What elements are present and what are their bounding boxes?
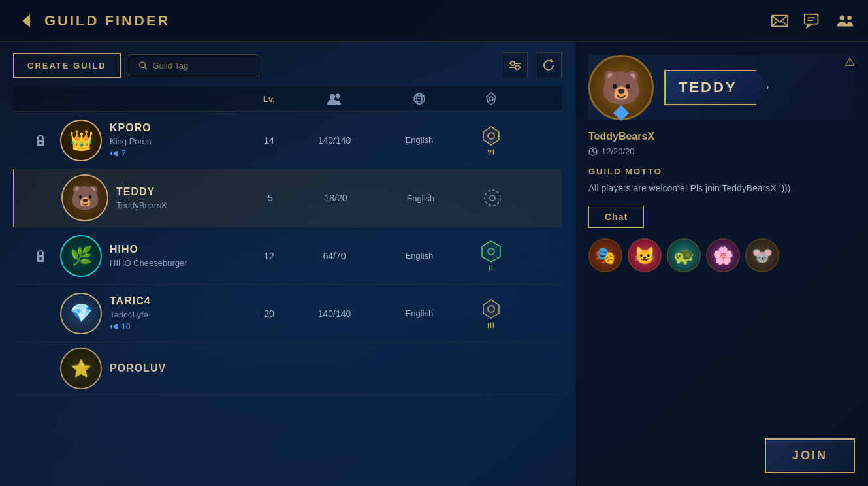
svg-point-32	[39, 257, 42, 260]
guild-row-taric4[interactable]: 💎 TARIC4 Taric4Lyfe 10 20 140/140 Englis…	[13, 285, 562, 342]
guild-tag-kporo: King Poros	[110, 137, 152, 146]
refresh-button[interactable]	[536, 52, 562, 78]
kporo-language: English	[374, 135, 465, 145]
guild-tag-hiho: HIHO Cheeseburger	[110, 258, 187, 268]
detail-owner-name: TeddyBearsX	[588, 131, 855, 142]
detail-date: 12/20/20	[588, 146, 855, 156]
lock-icon	[21, 134, 60, 147]
kporo-members: 140/140	[295, 135, 374, 146]
kporo-rank: VI	[465, 124, 517, 156]
guild-text-kporo: KPORO King Poros 7	[110, 122, 152, 158]
table-header: Lv.	[13, 86, 562, 112]
hiho-rank: II	[465, 240, 517, 272]
teddy-members: 18/20	[297, 193, 375, 203]
svg-point-26	[39, 142, 42, 144]
guild-info-kporo: 👑 KPORO King Poros 7	[60, 120, 243, 161]
guild-title-box: TEDDY	[664, 70, 769, 105]
col-rank	[465, 91, 517, 106]
svg-rect-27	[116, 151, 118, 156]
guild-avatar-container: 🐻	[588, 55, 654, 120]
rank-diamond	[613, 105, 629, 121]
back-button[interactable]	[13, 8, 39, 34]
guild-info-hiho: 🌿 HIHO HIHO Cheeseburger	[60, 235, 243, 277]
guild-emblem-poroluv: ⭐	[60, 348, 102, 389]
guild-emblem-kporo: 👑	[60, 120, 102, 161]
detail-guild-name: TEDDY	[679, 79, 737, 95]
motto-section: GUILD MOTTO All players are welcome! Pls…	[588, 167, 855, 195]
taric4-rank: III	[465, 297, 517, 329]
svg-line-10	[144, 67, 146, 69]
chat-button[interactable]: Chat	[588, 206, 644, 228]
search-box	[129, 54, 259, 76]
taric4-language: English	[374, 308, 465, 318]
page-title: GUILD FINDER	[44, 12, 770, 29]
member-avatar-5[interactable]: 🐭	[745, 238, 779, 272]
svg-point-24	[489, 97, 493, 101]
motto-label: GUILD MOTTO	[588, 167, 855, 176]
guild-row-poroluv[interactable]: ⭐ POROLUV	[13, 342, 562, 395]
svg-point-29	[485, 190, 500, 206]
svg-marker-0	[22, 14, 30, 27]
svg-point-11	[511, 61, 515, 65]
svg-point-30	[490, 195, 495, 201]
friends-icon[interactable]	[835, 11, 855, 31]
member-avatars: 🎭 😺 🐢 🌸 🐭	[588, 238, 855, 272]
taric4-members: 140/140	[295, 308, 374, 319]
col-language	[374, 92, 465, 105]
guild-info-poroluv: ⭐ POROLUV	[60, 348, 243, 389]
guild-table: Lv.	[13, 86, 562, 476]
member-avatar-2[interactable]: 😺	[628, 238, 662, 272]
svg-point-12	[515, 65, 519, 69]
chat-icon[interactable]	[803, 11, 822, 31]
member-avatar-1[interactable]: 🎭	[588, 238, 622, 272]
guild-tag-taric4: Taric4Lyfe	[110, 310, 151, 319]
right-panel: 🐻 TEDDY ⚠ TeddyBearsX 12/20/20 GUILD M	[575, 42, 868, 486]
member-avatar-3[interactable]: 🐢	[667, 238, 701, 272]
mail-icon[interactable]	[770, 11, 790, 31]
kporo-level: 14	[243, 135, 295, 146]
hiho-members: 64/70	[295, 251, 374, 261]
create-guild-button[interactable]: CREATE GUILD	[13, 53, 121, 78]
svg-rect-4	[805, 14, 818, 24]
main-layout: CREATE GUILD	[0, 42, 868, 486]
guild-row-kporo[interactable]: 👑 KPORO King Poros 7 14 140/140 English	[13, 112, 562, 169]
guild-text-hiho: HIHO HIHO Cheeseburger	[110, 244, 187, 268]
hiho-language: English	[374, 251, 465, 261]
svg-point-8	[847, 16, 852, 20]
lock-icon-hiho	[21, 250, 60, 263]
svg-point-7	[840, 15, 844, 20]
detail-header: 🐻 TEDDY ⚠	[588, 55, 855, 120]
header: GUILD FINDER	[0, 0, 868, 42]
teddy-level: 5	[244, 193, 297, 203]
guild-name-taric4: TARIC4	[110, 295, 151, 307]
col-level: Lv.	[243, 94, 295, 104]
svg-rect-34	[116, 324, 118, 329]
guild-online-taric4: 10	[110, 322, 151, 331]
guild-emblem-teddy: 🐻	[61, 174, 108, 221]
guild-row-hiho[interactable]: 🌿 HIHO HIHO Cheeseburger 12 64/70 Englis…	[13, 227, 562, 285]
warning-icon[interactable]: ⚠	[844, 55, 855, 69]
guild-online-kporo: 7	[110, 149, 152, 158]
guild-name-kporo: KPORO	[110, 122, 152, 134]
taric4-level: 20	[243, 308, 295, 319]
toolbar: CREATE GUILD	[13, 52, 562, 78]
guild-emblem-hiho: 🌿	[60, 235, 102, 277]
guild-row-teddy[interactable]: 🐻 TEDDY TeddyBearsX 5 18/20 English	[13, 169, 562, 227]
svg-point-9	[139, 62, 145, 68]
guild-info-teddy: 🐻 TEDDY TeddyBearsX	[61, 174, 244, 221]
filter-button[interactable]	[502, 52, 528, 78]
guild-name-teddy: TEDDY	[116, 186, 167, 198]
guild-name-hiho: HIHO	[110, 244, 187, 255]
member-avatar-4[interactable]: 🌸	[706, 238, 740, 272]
svg-line-3	[783, 21, 788, 25]
guild-text-poroluv: POROLUV	[110, 363, 166, 374]
svg-point-17	[330, 94, 335, 99]
guild-text-teddy: TEDDY TeddyBearsX	[116, 186, 167, 210]
motto-text: All players are welcome! Pls join TeddyB…	[588, 182, 855, 195]
guild-text-taric4: TARIC4 Taric4Lyfe 10	[110, 295, 151, 331]
teddy-language: English	[375, 193, 466, 203]
guild-tag-input[interactable]	[152, 61, 249, 71]
guild-tag-teddy: TeddyBearsX	[116, 201, 167, 210]
guild-info-taric4: 💎 TARIC4 Taric4Lyfe 10	[60, 293, 243, 334]
join-button[interactable]: JOIN	[765, 438, 855, 473]
